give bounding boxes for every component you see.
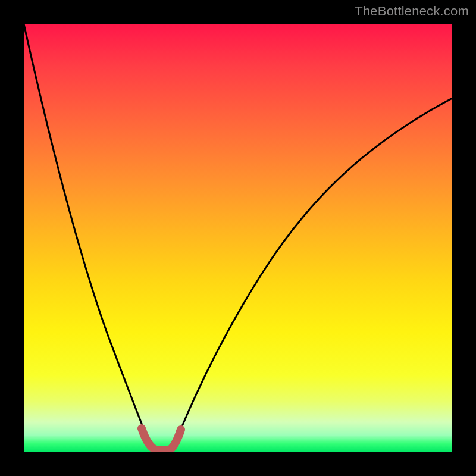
valley-highlight — [142, 428, 181, 450]
right-branch-curve — [173, 98, 452, 449]
chart-frame: TheBottleneck.com — [0, 0, 476, 476]
plot-area — [24, 24, 452, 452]
left-branch-curve — [24, 24, 152, 449]
watermark-text: TheBottleneck.com — [355, 4, 469, 19]
curve-layer — [24, 24, 452, 452]
